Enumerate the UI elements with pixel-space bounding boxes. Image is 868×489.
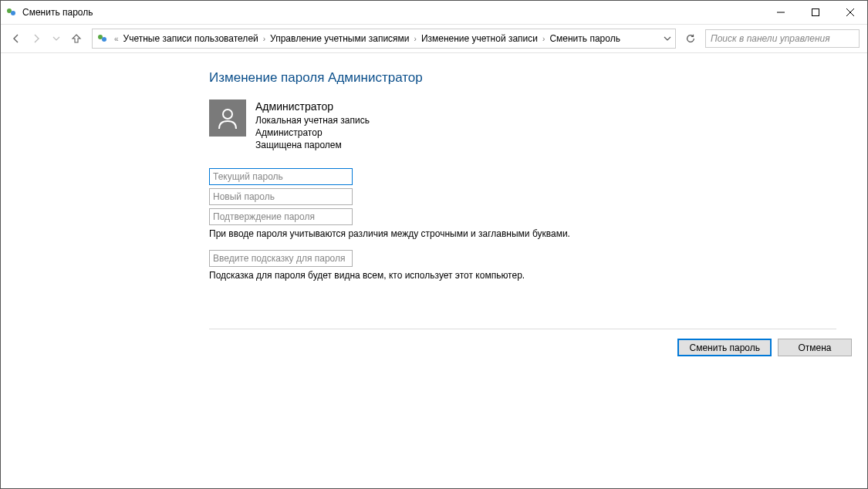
confirm-password-input[interactable]	[209, 208, 353, 225]
account-protection: Защищена паролем	[255, 139, 370, 151]
account-info: Администратор Локальная учетная запись А…	[255, 99, 370, 151]
address-dropdown-icon[interactable]	[661, 35, 674, 42]
breadcrumb-overflow-icon[interactable]: «	[111, 29, 122, 48]
svg-point-0	[7, 8, 12, 13]
breadcrumb-item[interactable]: Изменение учетной записи	[420, 29, 539, 48]
svg-point-1	[11, 11, 15, 15]
case-sensitive-note: При вводе пароля учитываются различия ме…	[209, 228, 836, 239]
content-area: Изменение пароля Администратор Администр…	[1, 53, 867, 488]
hint-visibility-note: Подсказка для пароля будет видна всем, к…	[209, 270, 836, 281]
address-bar[interactable]: « Учетные записи пользователей › Управле…	[92, 29, 676, 49]
svg-rect-3	[812, 9, 819, 16]
titlebar-left: Сменить пароль	[1, 6, 93, 19]
up-button[interactable]	[67, 29, 86, 48]
current-password-input[interactable]	[209, 168, 353, 185]
search-box[interactable]	[705, 29, 860, 48]
window-title: Сменить пароль	[22, 7, 93, 18]
breadcrumb-item[interactable]: Управление учетными записями	[269, 29, 410, 48]
page-heading: Изменение пароля Администратор	[209, 70, 836, 86]
breadcrumb-item[interactable]: Учетные записи пользователей	[122, 29, 260, 48]
page-body: Изменение пароля Администратор Администр…	[209, 53, 836, 356]
account-name: Администратор	[255, 99, 370, 114]
refresh-button[interactable]	[682, 30, 699, 47]
account-type: Локальная учетная запись	[255, 114, 370, 126]
account-block: Администратор Локальная учетная запись А…	[209, 99, 836, 151]
chevron-right-icon[interactable]: ›	[411, 29, 420, 48]
new-password-input[interactable]	[209, 188, 353, 205]
window: Сменить пароль	[0, 0, 868, 489]
recent-dropdown-icon[interactable]	[47, 29, 66, 48]
close-button[interactable]	[833, 1, 867, 24]
window-controls	[763, 1, 867, 24]
control-panel-icon	[5, 6, 18, 19]
avatar	[209, 99, 246, 137]
forward-button[interactable]	[27, 29, 46, 48]
change-password-button[interactable]: Сменить пароль	[677, 339, 772, 356]
account-role: Администратор	[255, 126, 370, 139]
back-button[interactable]	[7, 29, 25, 48]
svg-point-8	[223, 110, 232, 119]
breadcrumb-item[interactable]: Сменить пароль	[548, 29, 622, 48]
toolbar: « Учетные записи пользователей › Управле…	[1, 25, 867, 53]
svg-point-6	[98, 35, 103, 39]
chevron-right-icon[interactable]: ›	[539, 29, 548, 48]
chevron-right-icon[interactable]: ›	[260, 29, 269, 48]
cancel-button[interactable]: Отмена	[778, 339, 852, 356]
titlebar: Сменить пароль	[1, 1, 867, 25]
user-accounts-icon	[96, 32, 110, 46]
maximize-button[interactable]	[798, 1, 833, 24]
svg-point-7	[102, 37, 106, 42]
minimize-button[interactable]	[763, 1, 798, 24]
password-hint-input[interactable]	[209, 250, 353, 267]
footer-area: Сменить пароль Отмена	[209, 329, 836, 356]
button-row: Сменить пароль Отмена	[209, 329, 852, 356]
search-input[interactable]	[709, 32, 856, 45]
